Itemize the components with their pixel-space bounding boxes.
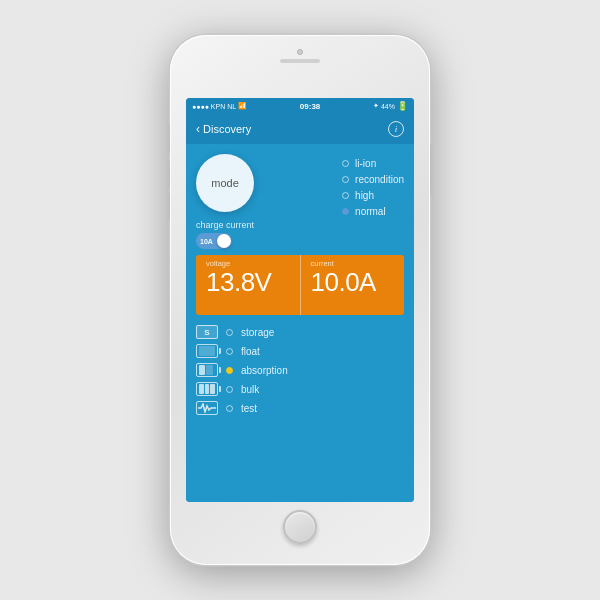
storage-icon: S (196, 325, 218, 339)
stage-dot-storage (226, 329, 233, 336)
option-dot-high (342, 192, 349, 199)
current-value: 10.0A (311, 269, 395, 295)
options-list: li-ion recondition high normal (342, 158, 404, 217)
stage-label-float: float (241, 346, 260, 357)
back-button[interactable]: ‹ Discovery (196, 122, 251, 136)
option-dot-normal (342, 208, 349, 215)
option-li-ion[interactable]: li-ion (342, 158, 404, 169)
main-content: mode charge current 10A (186, 144, 414, 502)
stage-label-storage: storage (241, 327, 274, 338)
stage-label-absorption: absorption (241, 365, 288, 376)
bulk-battery-icon (196, 382, 218, 396)
toggle-container: 10A (196, 233, 254, 249)
mode-section: mode charge current 10A (196, 154, 254, 249)
stage-label-test: test (241, 403, 257, 414)
option-label-high: high (355, 190, 374, 201)
charge-current-section: charge current 10A (196, 220, 254, 249)
test-icon (196, 401, 218, 415)
option-high[interactable]: high (342, 190, 404, 201)
float-battery-icon (196, 344, 218, 358)
absorption-battery-icon (196, 363, 218, 377)
phone-screen: ●●●● KPN NL 📶 09:38 ✦ 44% 🔋 ‹ Discovery … (186, 98, 414, 502)
toggle-knob (217, 234, 231, 248)
voltage-value: 13.8V (206, 269, 290, 295)
info-icon: i (395, 124, 398, 134)
stage-row-float[interactable]: float (196, 344, 404, 358)
charge-current-toggle[interactable]: 10A (196, 233, 232, 249)
chevron-left-icon: ‹ (196, 122, 200, 136)
camera-dot (297, 49, 303, 55)
option-dot-li-ion (342, 160, 349, 167)
home-button[interactable] (283, 510, 317, 544)
top-section: mode charge current 10A (196, 154, 404, 249)
info-button[interactable]: i (388, 121, 404, 137)
stage-dot-test (226, 405, 233, 412)
option-dot-recondition (342, 176, 349, 183)
speaker-bar (280, 59, 320, 63)
option-label-recondition: recondition (355, 174, 404, 185)
toggle-label: 10A (200, 238, 213, 245)
mode-button[interactable]: mode (196, 154, 254, 212)
status-time: 09:38 (300, 102, 320, 111)
phone-frame: ●●●● KPN NL 📶 09:38 ✦ 44% 🔋 ‹ Discovery … (170, 35, 430, 565)
stage-row-bulk[interactable]: bulk (196, 382, 404, 396)
wifi-icon: 📶 (238, 102, 247, 110)
status-left: ●●●● KPN NL 📶 (192, 102, 247, 110)
battery-icon-status: 🔋 (397, 101, 408, 111)
back-label: Discovery (203, 123, 251, 135)
stage-dot-absorption (226, 367, 233, 374)
option-recondition[interactable]: recondition (342, 174, 404, 185)
stages-section: S storage float (196, 325, 404, 415)
option-label-li-ion: li-ion (355, 158, 376, 169)
bluetooth-icon: ✦ (373, 102, 379, 110)
volt-current-bar: voltage 13.8V current 10.0A (196, 255, 404, 315)
stage-row-test[interactable]: test (196, 401, 404, 415)
stage-row-storage[interactable]: S storage (196, 325, 404, 339)
mode-label: mode (211, 177, 239, 189)
phone-top-details (280, 49, 320, 63)
nav-bar: ‹ Discovery i (186, 114, 414, 144)
charge-current-label: charge current (196, 220, 254, 230)
stage-dot-bulk (226, 386, 233, 393)
stage-row-absorption[interactable]: absorption (196, 363, 404, 377)
battery-percent: 44% (381, 103, 395, 110)
carrier-text: ●●●● KPN NL (192, 103, 236, 110)
current-section: current 10.0A (301, 255, 405, 315)
option-normal[interactable]: normal (342, 206, 404, 217)
stage-dot-float (226, 348, 233, 355)
option-label-normal: normal (355, 206, 386, 217)
voltage-section: voltage 13.8V (196, 255, 301, 315)
status-right: ✦ 44% 🔋 (373, 101, 408, 111)
stage-label-bulk: bulk (241, 384, 259, 395)
status-bar: ●●●● KPN NL 📶 09:38 ✦ 44% 🔋 (186, 98, 414, 114)
